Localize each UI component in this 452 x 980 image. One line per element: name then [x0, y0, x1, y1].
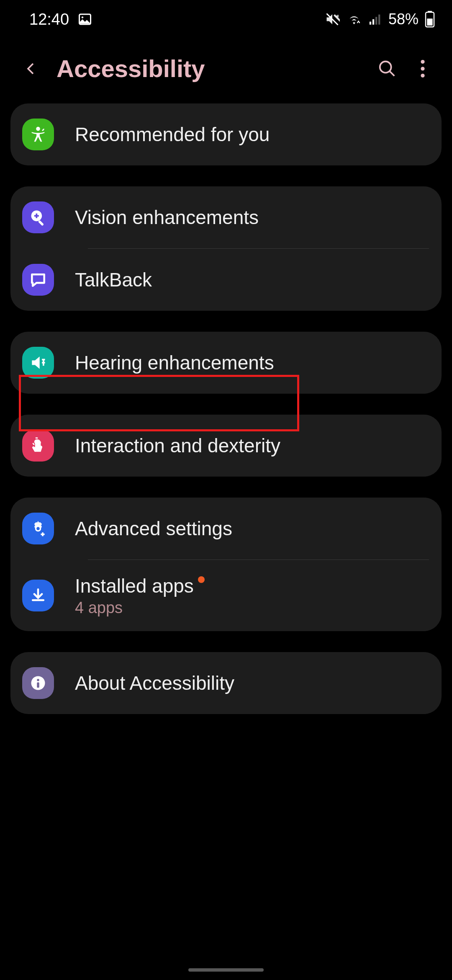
svg-rect-17: [38, 220, 44, 226]
item-advanced-settings[interactable]: Advanced settings: [10, 498, 442, 560]
svg-point-1: [82, 16, 84, 18]
svg-rect-9: [427, 18, 432, 26]
svg-rect-3: [370, 22, 371, 25]
mute-icon: [325, 12, 340, 27]
battery-pct: 58%: [388, 10, 419, 28]
svg-line-11: [390, 71, 395, 76]
svg-rect-22: [37, 682, 39, 688]
svg-point-21: [37, 679, 39, 681]
item-label: Advanced settings: [75, 517, 232, 540]
item-label: Installed apps: [75, 575, 205, 597]
item-label: TalkBack: [75, 268, 152, 291]
item-vision-enhancements[interactable]: Vision enhancements: [10, 186, 442, 248]
app-header: Accessibility: [0, 34, 452, 103]
gear-plus-icon: [22, 513, 54, 544]
item-about-accessibility[interactable]: About Accessibility: [10, 652, 442, 714]
item-label: About Accessibility: [75, 672, 234, 694]
settings-list: Recommended for you Vision enhancements …: [0, 103, 452, 714]
card-group: Advanced settings Installed apps 4 apps: [10, 498, 442, 631]
svg-point-10: [380, 61, 391, 72]
item-label: Vision enhancements: [75, 206, 259, 229]
wifi-icon: [346, 12, 362, 27]
person-icon: [22, 119, 54, 150]
svg-point-12: [421, 59, 424, 63]
status-left: 12:40: [29, 10, 92, 28]
svg-rect-6: [378, 15, 380, 25]
svg-rect-5: [375, 17, 377, 24]
item-sublabel: 4 apps: [75, 599, 205, 617]
touch-icon: [22, 430, 54, 462]
svg-point-13: [421, 67, 424, 70]
page-title: Accessibility: [56, 54, 364, 83]
card-group: Recommended for you: [10, 103, 442, 165]
download-icon: [22, 580, 54, 611]
item-label: Interaction and dexterity: [75, 434, 280, 457]
notification-dot: [198, 576, 205, 583]
status-right: 58%: [325, 10, 435, 28]
item-hearing-enhancements[interactable]: Hearing enhancements: [10, 332, 442, 394]
back-button[interactable]: [23, 58, 44, 79]
card-group: Vision enhancements TalkBack: [10, 186, 442, 311]
item-label: Hearing enhancements: [75, 351, 274, 374]
card-group: About Accessibility: [10, 652, 442, 714]
status-time: 12:40: [29, 10, 69, 28]
svg-point-19: [36, 527, 39, 530]
more-button[interactable]: [410, 59, 435, 78]
speaker-icon: [22, 347, 54, 379]
image-icon: [77, 12, 92, 27]
status-bar: 12:40 58%: [0, 0, 452, 34]
info-icon: [22, 667, 54, 699]
item-talkback[interactable]: TalkBack: [10, 249, 442, 311]
search-button[interactable]: [377, 59, 398, 78]
nav-indicator[interactable]: [188, 968, 264, 972]
card-group: Hearing enhancements: [10, 332, 442, 394]
item-recommended[interactable]: Recommended for you: [10, 103, 442, 165]
svg-point-14: [421, 73, 424, 77]
card-group: Interaction and dexterity: [10, 415, 442, 477]
item-installed-apps[interactable]: Installed apps 4 apps: [10, 560, 442, 631]
svg-point-15: [36, 127, 40, 131]
svg-rect-4: [372, 19, 374, 25]
magnify-plus-icon: [22, 201, 54, 233]
chat-icon: [22, 264, 54, 296]
item-label: Recommended for you: [75, 123, 270, 146]
item-interaction-dexterity[interactable]: Interaction and dexterity: [10, 415, 442, 477]
signal-icon: [368, 12, 383, 26]
battery-icon: [424, 11, 435, 28]
